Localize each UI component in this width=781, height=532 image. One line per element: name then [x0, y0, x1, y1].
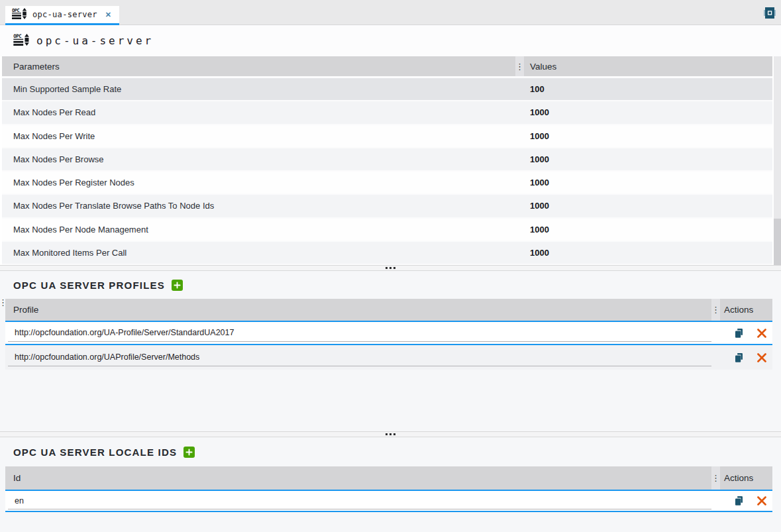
- parameter-name: Min Supported Sample Rate: [2, 84, 524, 94]
- add-profile-button[interactable]: [172, 280, 183, 291]
- parameter-name: Max Nodes Per Read: [2, 107, 524, 117]
- page-title: opc-ua-server: [36, 34, 154, 47]
- parameter-row[interactable]: Max Nodes Per Node Management 1000: [2, 219, 772, 242]
- locales-table-header: Id ⋮ Actions: [5, 466, 772, 490]
- splitter-handle[interactable]: [0, 431, 781, 437]
- row-actions: [711, 352, 772, 363]
- actions-header-cell: ⋮ Actions: [711, 466, 772, 490]
- parameter-value: 1000: [524, 178, 549, 187]
- copy-icon[interactable]: [734, 328, 744, 339]
- text-input[interactable]: en: [8, 492, 711, 509]
- column-header-parameters: Parameters: [2, 62, 515, 72]
- opc-ua-server-window: opc-ua-server ✕ opc-ua-server Parameters…: [0, 0, 781, 532]
- parameter-value: 1000: [524, 248, 549, 258]
- parameter-value: 1000: [524, 154, 549, 164]
- column-header-actions: Actions: [720, 305, 753, 315]
- column-header-id: Id: [5, 473, 711, 483]
- locales-section-bar: OPC UA SERVER LOCALE IDS: [0, 437, 781, 466]
- copy-icon[interactable]: [734, 496, 744, 506]
- add-locale-button[interactable]: [183, 447, 195, 458]
- parameter-row[interactable]: Max Nodes Per Write 1000: [2, 125, 772, 148]
- text-input[interactable]: http://opcfoundation.org/UA-Profile/Serv…: [8, 325, 711, 342]
- parameter-name: Max Monitored Items Per Call: [2, 248, 524, 258]
- profiles-table-body: http://opcfoundation.org/UA-Profile/Serv…: [0, 321, 781, 370]
- row-actions: [711, 496, 772, 506]
- profiles-pane: ⋮ OPC UA SERVER PROFILES Profile ⋮ Actio…: [0, 271, 781, 431]
- parameters-table-body: Min Supported Sample Rate 100 Max Nodes …: [0, 76, 781, 265]
- maximize-icon[interactable]: [764, 7, 776, 19]
- locales-section-title: OPC UA SERVER LOCALE IDS: [13, 447, 177, 458]
- column-header-profile: Profile: [5, 305, 711, 315]
- column-header-actions: Actions: [720, 473, 753, 483]
- actions-header-cell: ⋮ Actions: [711, 299, 772, 321]
- profiles-table-header: Profile ⋮ Actions: [5, 299, 772, 321]
- delete-icon[interactable]: [757, 329, 766, 338]
- tab-opc-ua-server[interactable]: opc-ua-server ✕: [5, 6, 119, 25]
- column-resize-icon[interactable]: ⋮: [515, 56, 524, 76]
- column-header-values: Values: [524, 62, 556, 72]
- scrollbar-track[interactable]: [774, 56, 781, 265]
- row-actions: [711, 328, 772, 339]
- parameter-row[interactable]: Max Monitored Items Per Call 1000: [2, 242, 772, 265]
- close-icon[interactable]: ✕: [103, 11, 111, 19]
- splitter-handle[interactable]: [0, 265, 781, 271]
- parameter-value: 1000: [524, 201, 549, 211]
- locales-table-body: en: [0, 490, 781, 512]
- pane-resize-icon[interactable]: ⋮: [0, 297, 7, 307]
- profiles-section-title: OPC UA SERVER PROFILES: [13, 280, 165, 291]
- opc-ua-icon: [12, 8, 27, 22]
- tab-bar: opc-ua-server ✕: [0, 0, 781, 25]
- table-row[interactable]: http://opcfoundation.org/UAProfile/Serve…: [5, 345, 772, 370]
- column-resize-icon[interactable]: ⋮: [711, 466, 720, 490]
- table-row[interactable]: en: [5, 490, 772, 512]
- copy-icon[interactable]: [734, 352, 744, 363]
- parameter-row[interactable]: Max Nodes Per Register Nodes 1000: [2, 172, 772, 195]
- parameter-name: Max Nodes Per Browse: [2, 154, 524, 164]
- parameter-name: Max Nodes Per Write: [2, 131, 524, 141]
- parameter-row[interactable]: Max Nodes Per Browse 1000: [2, 148, 772, 172]
- delete-icon[interactable]: [757, 353, 766, 362]
- scrollbar-thumb[interactable]: [774, 219, 781, 265]
- parameter-row[interactable]: Max Nodes Per Read 1000: [2, 101, 772, 125]
- parameter-value: 1000: [524, 131, 549, 141]
- page-header: opc-ua-server: [0, 25, 781, 56]
- parameters-pane: Parameters ⋮ Values Min Supported Sample…: [0, 56, 781, 265]
- parameter-name: Max Nodes Per Register Nodes: [2, 178, 524, 187]
- column-resize-icon[interactable]: ⋮: [711, 299, 720, 321]
- parameter-name: Max Nodes Per Translate Browse Paths To …: [2, 201, 524, 211]
- opc-ua-icon: [13, 34, 30, 48]
- parameter-value: 100: [524, 84, 545, 94]
- text-input[interactable]: http://opcfoundation.org/UAProfile/Serve…: [8, 349, 711, 366]
- tab-label: opc-ua-server: [32, 10, 97, 19]
- parameter-value: 1000: [524, 107, 549, 117]
- locale-ids-pane: OPC UA SERVER LOCALE IDS Id ⋮ Actions en: [0, 437, 781, 532]
- parameter-row[interactable]: Max Nodes Per Translate Browse Paths To …: [2, 195, 772, 218]
- parameter-row[interactable]: Min Supported Sample Rate 100: [2, 76, 772, 101]
- parameters-table-header: Parameters ⋮ Values: [2, 56, 772, 76]
- parameter-name: Max Nodes Per Node Management: [2, 225, 524, 235]
- table-row[interactable]: http://opcfoundation.org/UA-Profile/Serv…: [5, 321, 772, 345]
- parameter-value: 1000: [524, 225, 549, 235]
- delete-icon[interactable]: [757, 496, 766, 505]
- profiles-section-bar: OPC UA SERVER PROFILES: [0, 271, 781, 299]
